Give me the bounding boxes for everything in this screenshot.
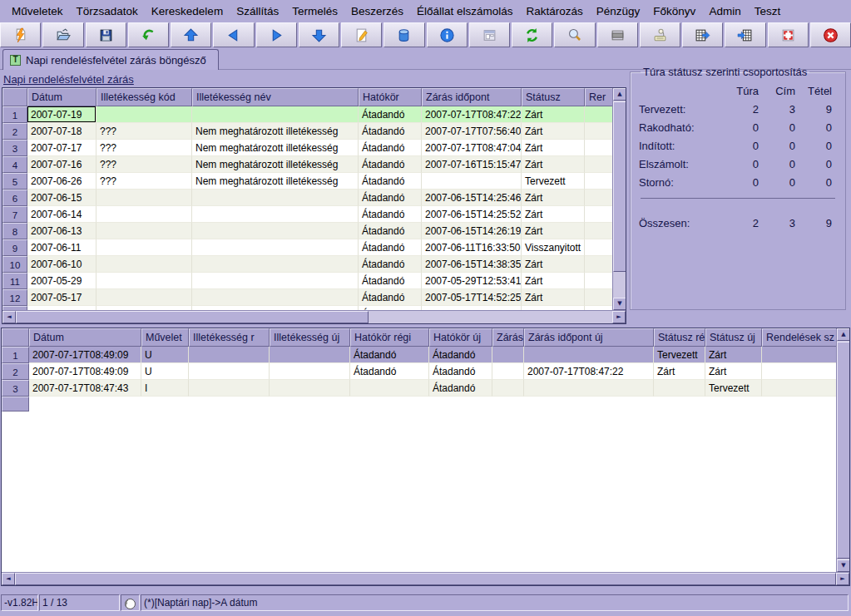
table-row[interactable]: 82007-06-13Átadandó2007-06-15T14:26:19Zá…	[2, 223, 612, 239]
table-row[interactable]: 52007-06-26???Nem meghatározott illetéke…	[2, 173, 612, 190]
column-header[interactable]: Illetékesség név	[192, 88, 359, 106]
row-number[interactable]: 1	[2, 106, 27, 123]
scroll-up-icon[interactable]: ▲	[613, 88, 626, 101]
column-header[interactable]: Zárás időpont új	[524, 328, 654, 347]
scroll-down-icon[interactable]: ▼	[613, 298, 626, 310]
form-button[interactable]	[469, 22, 510, 47]
search-button[interactable]	[554, 22, 595, 47]
menu-raktarozas[interactable]: Raktározás	[520, 2, 590, 20]
menu-beszerzes[interactable]: Beszerzés	[344, 2, 410, 20]
row-number[interactable]: 5	[2, 173, 27, 190]
column-header[interactable]: Dátum	[27, 88, 96, 106]
move-first-button[interactable]	[171, 22, 211, 47]
column-header[interactable]: Művelet	[141, 328, 189, 347]
menu-szallitas[interactable]: Szállítás	[230, 2, 285, 20]
table-row[interactable]: 32007-07-17???Nem meghatározott illetéke…	[2, 140, 612, 156]
row-number[interactable]: 4	[2, 156, 27, 173]
row-number[interactable]: 6	[2, 190, 27, 206]
edit-button[interactable]	[341, 22, 382, 47]
table-row[interactable]: 62007-06-15Átadandó2007-06-15T14:25:46Zá…	[2, 190, 612, 206]
vertical-scrollbar[interactable]: ▲ ▼	[612, 88, 626, 310]
row-number[interactable]: 10	[2, 256, 27, 273]
column-header[interactable]: Státusz régi	[654, 328, 705, 347]
column-header[interactable]: Rendelések sz	[762, 328, 836, 347]
column-header[interactable]: Státusz	[522, 88, 585, 106]
scroll-left-icon[interactable]: ◄	[2, 573, 15, 585]
row-number[interactable]: 2	[2, 363, 29, 380]
table-row[interactable]: 112007-05-29Átadandó2007-05-29T12:53:41Z…	[2, 273, 612, 289]
menu-kereskedelem[interactable]: Kereskedelem	[145, 2, 230, 20]
execute-button[interactable]	[0, 22, 41, 47]
column-header[interactable]: Illetékesség új	[270, 328, 350, 347]
column-header[interactable]: Zárás időpont	[422, 88, 522, 106]
row-number[interactable]: 9	[2, 239, 27, 256]
table-row[interactable]: 42007-07-16???Nem meghatározott illetéke…	[2, 156, 612, 173]
column-header[interactable]: Hatókör	[359, 88, 422, 106]
scroll-right-icon[interactable]: ►	[836, 573, 849, 585]
column-header[interactable]: Rer	[585, 88, 612, 106]
menu-admin[interactable]: Admin	[702, 2, 747, 20]
column-header[interactable]: Dátum	[29, 328, 141, 347]
row-number[interactable]: 8	[2, 223, 27, 239]
vertical-scrollbar[interactable]: ▲ ▼	[836, 328, 849, 572]
table-row[interactable]: 102007-06-10Átadandó2007-06-15T14:38:35Z…	[2, 256, 612, 273]
table-row[interactable]: 72007-06-14Átadandó2007-06-15T14:25:52Zá…	[2, 206, 612, 223]
rows-view-button[interactable]	[597, 22, 638, 47]
menu-termeles[interactable]: Termelés	[285, 2, 344, 20]
scrollbar-thumb[interactable]	[16, 311, 369, 323]
refresh-button[interactable]	[512, 22, 552, 47]
row-number[interactable]: 1	[2, 347, 29, 363]
table-row[interactable]: 22007-07-17T08:49:09UÁtadandóÁtadandó200…	[2, 363, 836, 380]
row-number[interactable]: 2	[2, 123, 27, 140]
close-button[interactable]	[810, 22, 851, 47]
export-grid-button[interactable]	[682, 22, 723, 47]
menu-eloallat-elszamolas[interactable]: Élőállat elszámolás	[410, 2, 520, 20]
move-prior-button[interactable]	[213, 22, 254, 47]
column-header[interactable]: Illetékesség r	[189, 328, 270, 347]
menu-penzugy[interactable]: Pénzügy	[590, 2, 647, 20]
menu-muveletek[interactable]: Műveletek	[5, 2, 70, 20]
column-header[interactable]: Hatókör régi	[350, 328, 429, 347]
database-button[interactable]	[383, 22, 424, 47]
scroll-up-icon[interactable]: ▲	[837, 328, 850, 341]
scrollbar-thumb[interactable]	[15, 573, 836, 585]
open-file-icon	[55, 27, 71, 43]
row-number[interactable]: 7	[2, 206, 27, 223]
save-button[interactable]	[86, 22, 126, 47]
import-grid-button[interactable]	[725, 22, 765, 47]
fit-window-button[interactable]	[768, 22, 809, 47]
menu-fokonyv[interactable]: Főkönyv	[646, 2, 702, 20]
table-row[interactable]: 122007-05-17Átadandó2007-05-17T14:52:25Z…	[2, 289, 612, 306]
scroll-down-icon[interactable]: ▼	[837, 559, 850, 572]
tab-napi-rendelesfelvetel-zaras-bongeszo[interactable]: T Napi rendelésfelvétel zárás böngésző	[2, 49, 219, 70]
move-last-button[interactable]	[299, 22, 339, 47]
table-row[interactable]: 12007-07-17T08:49:09UÁtadandóÁtadandóTer…	[2, 347, 836, 363]
open-file-button[interactable]	[42, 22, 83, 47]
column-header[interactable]: Státusz új	[705, 328, 762, 347]
scroll-left-icon[interactable]: ◄	[2, 311, 16, 323]
cell: 2007-06-15T14:38:35	[422, 256, 522, 273]
table-row[interactable]: 12007-07-19Átadandó2007-07-17T08:47:22Zá…	[2, 106, 612, 123]
scrollbar-thumb[interactable]	[613, 101, 626, 272]
keyboard-button[interactable]	[640, 22, 680, 47]
row-number[interactable]: 3	[2, 380, 29, 397]
row-number[interactable]: 12	[2, 289, 27, 306]
menu-teszt[interactable]: Teszt	[748, 2, 788, 20]
table-row[interactable]: 32007-07-17T08:47:43IÁtadandóTervezett	[2, 380, 836, 397]
row-number[interactable]: 11	[2, 273, 27, 289]
info-button[interactable]	[427, 22, 468, 47]
move-next-button[interactable]	[256, 22, 297, 47]
row-number[interactable]: 3	[2, 140, 27, 156]
column-header[interactable]: Zárás	[492, 328, 524, 347]
column-header[interactable]: Illetékesség kód	[96, 88, 192, 106]
scroll-right-icon[interactable]: ►	[612, 311, 626, 323]
menu-torzsadatok[interactable]: Törzsadatok	[70, 2, 145, 20]
table-row[interactable]: 92007-06-11Átadandó2007-06-11T16:33:50Vi…	[2, 239, 612, 256]
scrollbar-thumb[interactable]	[837, 342, 850, 559]
horizontal-scrollbar[interactable]: ◄ ►	[2, 572, 849, 585]
grid-title-link[interactable]: Napi rendelésfelvétel zárás	[3, 73, 134, 86]
column-header[interactable]: Hatókör új	[429, 328, 492, 347]
undo-button[interactable]	[128, 22, 169, 47]
horizontal-scrollbar[interactable]: ◄ ►	[2, 310, 626, 323]
table-row[interactable]: 22007-07-18???Nem meghatározott illetéke…	[2, 123, 612, 140]
